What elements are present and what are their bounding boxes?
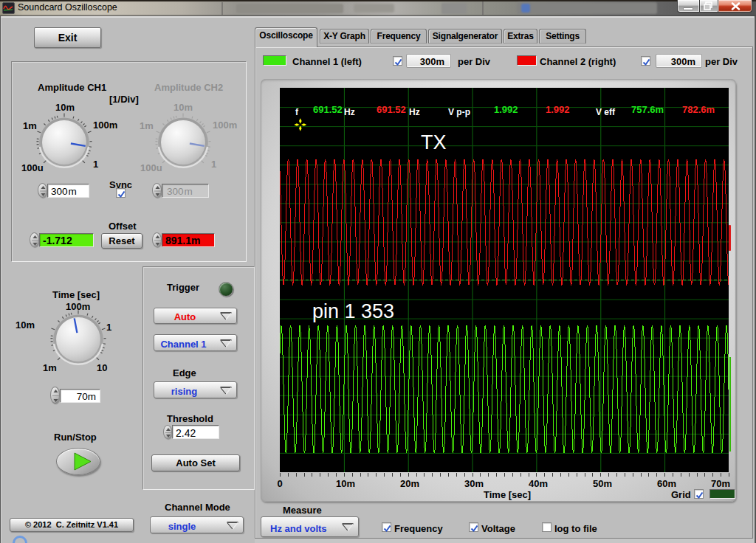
svg-text:f: f <box>295 107 299 117</box>
svg-text:Hz: Hz <box>409 107 420 117</box>
svg-text:1.992: 1.992 <box>546 104 570 115</box>
svg-text:V p-p: V p-p <box>448 107 470 117</box>
svg-text:V eff: V eff <box>596 107 616 117</box>
svg-text:691.52: 691.52 <box>377 104 406 115</box>
svg-text:pin 1 353: pin 1 353 <box>312 300 394 322</box>
svg-text:757.6m: 757.6m <box>631 104 664 115</box>
svg-text:782.6m: 782.6m <box>682 104 715 115</box>
svg-text:Hz: Hz <box>344 107 355 117</box>
svg-text:691.52: 691.52 <box>313 104 343 115</box>
svg-text:1.992: 1.992 <box>494 104 518 115</box>
svg-text:TX: TX <box>421 131 447 153</box>
